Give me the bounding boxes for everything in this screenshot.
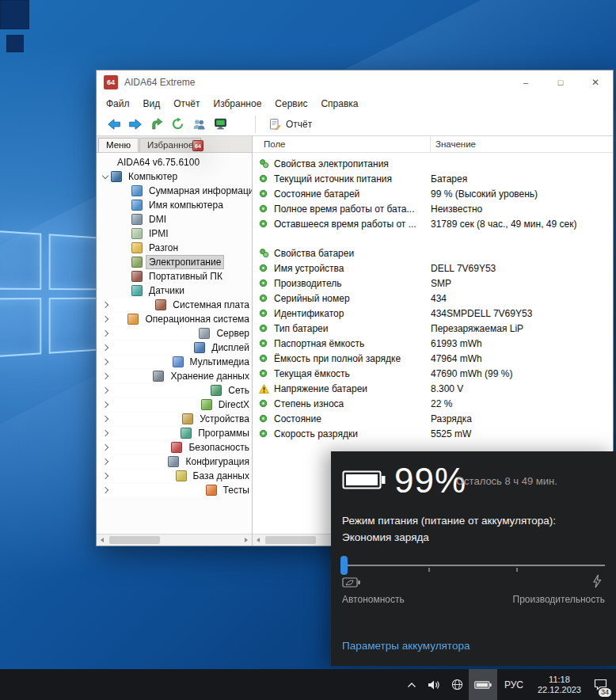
- battery-settings-link[interactable]: Параметры аккумулятора: [342, 640, 470, 652]
- tree-chevron-icon[interactable]: [100, 356, 173, 368]
- configuration-icon: [168, 456, 179, 467]
- tree-chevron-icon[interactable]: [100, 370, 153, 382]
- tree-item[interactable]: Сеть: [97, 383, 252, 398]
- tree-chevron-spacer: [120, 242, 131, 254]
- tree-item[interactable]: Конфигурация: [97, 455, 252, 469]
- menu-item[interactable]: Справка: [321, 98, 358, 109]
- users-button[interactable]: [188, 115, 210, 134]
- tree-item[interactable]: Операционная система: [97, 312, 252, 326]
- slider-track[interactable]: [342, 565, 605, 566]
- report-row[interactable]: Имя устройстваDELL 7V69Y53: [253, 261, 613, 276]
- tree-chevron-icon[interactable]: [100, 384, 211, 397]
- slider-thumb[interactable]: [340, 556, 348, 575]
- tree-chevron-icon[interactable]: [100, 455, 168, 468]
- menu-item[interactable]: Сервис: [275, 98, 307, 109]
- tree-chevron-icon[interactable]: [100, 313, 127, 325]
- tree-item[interactable]: Имя компьютера: [97, 198, 252, 212]
- tree-item[interactable]: Мультимедиа: [97, 355, 252, 369]
- tree-chevron-icon[interactable]: [100, 170, 111, 183]
- report-row[interactable]: Серийный номер434: [253, 291, 613, 306]
- menu-item[interactable]: Вид: [143, 98, 161, 109]
- report-row[interactable]: Идентификатор434SMPDELL 7V69Y53: [253, 306, 613, 321]
- report-row[interactable]: Напряжение батареи8.300 V: [253, 381, 613, 396]
- tree-item[interactable]: Устройства: [97, 412, 252, 426]
- battery-tray-button[interactable]: [469, 669, 497, 700]
- refresh-button[interactable]: [167, 115, 188, 134]
- network-button[interactable]: [446, 669, 469, 700]
- scrollbar-thumb[interactable]: [265, 536, 316, 544]
- report-row[interactable]: Степень износа22 %: [253, 396, 613, 411]
- back-button[interactable]: [103, 115, 124, 134]
- forward-button[interactable]: [124, 115, 146, 134]
- menu-item[interactable]: Файл: [106, 98, 130, 109]
- report-row[interactable]: Оставшееся время работы от ...31789 сек …: [253, 216, 613, 231]
- report-row[interactable]: ПроизводительSMP: [253, 276, 613, 291]
- sidebar-tab[interactable]: Меню: [98, 138, 139, 152]
- volume-button[interactable]: [422, 669, 446, 700]
- tree-chevron-icon[interactable]: [100, 427, 181, 439]
- scroll-left-icon[interactable]: [97, 535, 108, 546]
- tree-chevron-icon[interactable]: [100, 398, 201, 411]
- report-row[interactable]: Текущий источник питанияБатарея: [253, 171, 613, 186]
- remote-monitor-button[interactable]: [210, 115, 231, 134]
- tree-item[interactable]: Хранение данных: [97, 369, 252, 383]
- tree-chevron-icon[interactable]: [100, 484, 206, 496]
- desktop-shortcut-icon[interactable]: [6, 35, 24, 52]
- tree-chevron-icon[interactable]: [100, 470, 176, 482]
- column-header-value[interactable]: Значение: [431, 136, 476, 152]
- tree-chevron-icon[interactable]: [100, 327, 199, 340]
- report-group-header[interactable]: Свойства электропитания: [253, 156, 613, 171]
- action-center-button[interactable]: 34: [588, 669, 613, 700]
- maximize-button[interactable]: □: [543, 70, 578, 94]
- tree-item[interactable]: Тесты: [97, 483, 252, 497]
- language-indicator[interactable]: РУС: [497, 669, 530, 700]
- scroll-right-icon[interactable]: [240, 535, 252, 546]
- minimize-button[interactable]: –: [508, 70, 543, 94]
- power-mode-slider[interactable]: [340, 554, 606, 576]
- tray-expand-button[interactable]: [401, 669, 422, 700]
- tree-item[interactable]: IPMI: [97, 226, 252, 241]
- tree-item[interactable]: DMI: [97, 212, 252, 226]
- report-row[interactable]: Текущая ёмкость47690 mWh (99 %): [253, 366, 613, 381]
- close-button[interactable]: ✕: [578, 70, 613, 94]
- tree-item[interactable]: Электропитание: [97, 255, 252, 269]
- desktop-shortcut-icon[interactable]: [0, 0, 29, 29]
- tree-chevron-icon[interactable]: [100, 341, 194, 354]
- column-header-field[interactable]: Поле: [253, 136, 431, 152]
- tree-chevron-icon[interactable]: [100, 441, 171, 454]
- field-icon: [259, 204, 269, 213]
- menu-item[interactable]: Отчёт: [173, 98, 200, 109]
- tree-item[interactable]: Программы: [97, 426, 252, 440]
- tree-chevron-icon[interactable]: [100, 413, 182, 425]
- tree-item[interactable]: Дисплей: [97, 340, 252, 355]
- report-row[interactable]: Полное время работы от бата...Неизвестно: [253, 201, 613, 216]
- report-row[interactable]: Скорость разрядки5525 mW: [253, 426, 613, 441]
- report-row[interactable]: Ёмкость при полной зарядке47964 mWh: [253, 351, 613, 366]
- tree-item[interactable]: Разгон: [97, 241, 252, 255]
- tree-chevron-icon[interactable]: [100, 299, 155, 311]
- tree-item[interactable]: Безопасность: [97, 440, 252, 455]
- tree-item[interactable]: Системная плата: [97, 298, 252, 312]
- tree-item[interactable]: DirectX: [97, 398, 252, 412]
- menu-item[interactable]: Избранное: [214, 98, 262, 109]
- tree-item[interactable]: 64AIDA64 v6.75.6100: [97, 155, 252, 169]
- sidebar-horizontal-scrollbar[interactable]: [97, 534, 252, 546]
- tree-item[interactable]: Суммарная информация: [97, 184, 252, 198]
- report-row[interactable]: Состояние батарей99 % (Высокий уровень): [253, 186, 613, 201]
- tree-item[interactable]: Датчики: [97, 283, 252, 298]
- tree-item[interactable]: Сервер: [97, 326, 252, 340]
- report-group-header[interactable]: Свойства батареи: [253, 245, 613, 261]
- up-button[interactable]: [146, 115, 167, 134]
- report-row[interactable]: Тип батареиПерезаряжаемая LiP: [253, 321, 613, 336]
- report-field-name: Серийный номер: [274, 293, 431, 304]
- report-button[interactable]: Отчёт: [262, 116, 318, 132]
- window-titlebar[interactable]: 64 AIDA64 Extreme – □ ✕: [97, 70, 613, 94]
- scrollbar-thumb[interactable]: [109, 536, 160, 544]
- report-row[interactable]: Паспортная ёмкость61993 mWh: [253, 336, 613, 351]
- taskbar-clock[interactable]: 11:18 22.12.2023: [530, 669, 588, 700]
- tree-item[interactable]: База данных: [97, 469, 252, 483]
- report-row[interactable]: СостояниеРазрядка: [253, 411, 613, 426]
- tree-item[interactable]: Компьютер: [97, 169, 252, 184]
- scroll-left-icon[interactable]: [253, 535, 264, 546]
- tree-item[interactable]: Портативный ПК: [97, 269, 252, 283]
